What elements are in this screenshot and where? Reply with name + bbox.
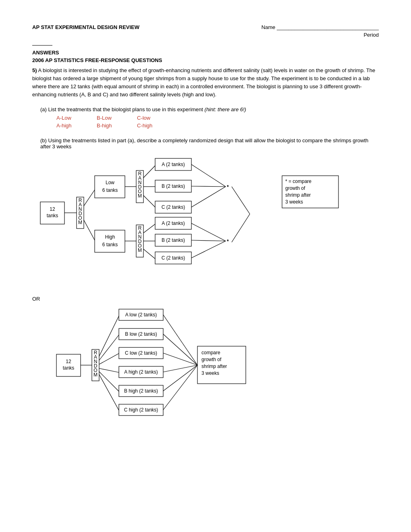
svg-line-61 [232, 187, 250, 214]
problem-text: 5) A biologist is interested in studying… [32, 66, 379, 99]
svg-line-54 [191, 186, 226, 187]
svg-text:tanks: tanks [63, 365, 75, 371]
diagram2-svg: 12 tanks R A N D O M A low (2 tanks) B l… [32, 306, 338, 435]
problem-body: A biologist is interested in studying th… [32, 67, 375, 98]
svg-text:B high (2 tanks): B high (2 tanks) [124, 388, 158, 394]
or-label: OR [32, 296, 379, 302]
svg-line-101 [163, 365, 197, 391]
treatment-c-high: C-high [137, 123, 177, 129]
part-a-label: (a) List the treatments that the biologi… [32, 106, 379, 112]
svg-text:M: M [93, 372, 98, 378]
svg-text:High: High [105, 234, 115, 240]
svg-text:C (2 tanks): C (2 tanks) [162, 255, 185, 261]
name-line: Name ___________________________________ [262, 24, 379, 30]
svg-text:shrimp after: shrimp after [285, 192, 311, 198]
svg-text:6 tanks: 6 tanks [102, 242, 118, 247]
part-b: (b) Using the treatments listed in part … [32, 137, 379, 436]
svg-text:B low (2 tanks): B low (2 tanks) [125, 331, 157, 337]
svg-text:B (2 tanks): B (2 tanks) [162, 237, 185, 243]
diagram1-svg: 12 tanks R A N D O M Low 6 tanks High [32, 154, 379, 287]
svg-text:A (2 tanks): A (2 tanks) [162, 162, 185, 167]
treatment-a-high: A-high [56, 123, 97, 129]
header: AP STAT EXPERIMENTAL DESIGN REVIEW Name … [32, 24, 379, 38]
svg-line-44 [143, 224, 155, 233]
svg-text:growth of: growth of [285, 185, 305, 191]
svg-line-82 [99, 335, 119, 360]
svg-text:A (2 tanks): A (2 tanks) [162, 220, 185, 226]
svg-text:M: M [138, 193, 142, 199]
svg-text:*: * [227, 239, 229, 244]
svg-text:*: * [227, 184, 229, 190]
svg-text:growth of: growth of [201, 357, 222, 362]
svg-text:12: 12 [66, 359, 71, 364]
diagram2: 12 tanks R A N D O M A low (2 tanks) B l… [32, 306, 379, 436]
svg-text:A low (2 tanks): A low (2 tanks) [125, 312, 157, 318]
svg-line-55 [191, 187, 226, 207]
svg-line-35 [143, 166, 155, 178]
svg-line-58 [191, 240, 226, 241]
diagram1: 12 tanks R A N D O M Low 6 tanks High [32, 154, 379, 288]
svg-text:12: 12 [50, 206, 55, 212]
part-b-label: (b) Using the treatments listed in part … [32, 137, 379, 150]
svg-text:C (2 tanks): C (2 tanks) [162, 204, 185, 210]
treatment-a-low: A-Low [56, 115, 97, 121]
part-a: (a) List the treatments that the biologi… [32, 106, 379, 129]
svg-text:B (2 tanks): B (2 tanks) [162, 183, 185, 189]
svg-text:* = compare: * = compare [285, 179, 311, 184]
svg-line-57 [191, 223, 226, 241]
svg-line-11 [84, 190, 95, 206]
svg-line-94 [99, 374, 119, 410]
svg-line-79 [99, 316, 119, 356]
blank-line [32, 45, 52, 46]
svg-line-53 [191, 164, 226, 187]
period-line: Period [262, 32, 379, 38]
svg-line-88 [99, 368, 119, 372]
svg-text:C  low (2 tanks): C low (2 tanks) [125, 350, 157, 356]
svg-line-41 [143, 195, 155, 207]
svg-line-97 [163, 315, 197, 365]
svg-text:Low: Low [106, 180, 114, 185]
svg-line-102 [163, 365, 197, 410]
svg-text:6 tanks: 6 tanks [102, 187, 118, 193]
svg-text:tanks: tanks [47, 213, 58, 218]
svg-rect-16 [95, 230, 125, 252]
svg-line-85 [99, 353, 119, 364]
svg-line-98 [163, 334, 197, 365]
svg-text:shrimp after: shrimp after [201, 364, 227, 369]
page-title: AP STAT EXPERIMENTAL DESIGN REVIEW [32, 24, 139, 30]
treatment-b-low: B-Low [97, 115, 137, 121]
treatments-grid: A-Low B-Low C-low A-high B-high C-high [32, 115, 379, 129]
section-title: 2006 AP STATISTICS FREE-RESPONSE QUESTIO… [32, 57, 379, 63]
svg-line-50 [143, 249, 155, 259]
svg-line-99 [163, 353, 197, 365]
svg-rect-13 [95, 176, 125, 198]
svg-line-12 [84, 220, 95, 240]
svg-line-100 [163, 365, 197, 372]
svg-text:3 weeks: 3 weeks [285, 199, 303, 205]
svg-line-62 [232, 214, 250, 242]
svg-text:3 weeks: 3 weeks [201, 370, 219, 376]
answers-label: ANSWERS [32, 50, 379, 56]
problem-number: 5) [32, 67, 37, 73]
svg-text:compare: compare [201, 350, 220, 355]
svg-text:A high (2 tanks): A high (2 tanks) [124, 369, 158, 375]
svg-text:C high (2 tanks): C high (2 tanks) [124, 407, 158, 413]
svg-line-91 [99, 372, 119, 391]
treatment-c-low: C-low [137, 115, 177, 121]
treatment-b-high: B-high [97, 123, 137, 129]
svg-text:M: M [78, 220, 82, 225]
svg-text:M: M [138, 247, 142, 253]
svg-line-59 [191, 241, 226, 258]
